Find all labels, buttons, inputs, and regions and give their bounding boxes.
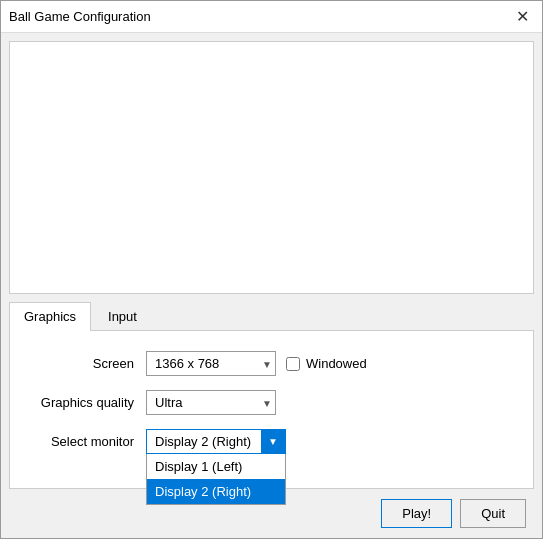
tab-bar: Graphics Input [9,302,534,331]
monitor-dropdown-arrow-icon[interactable]: ▼ [261,430,285,453]
monitor-dropdown-display[interactable]: Display 2 (Right) ▼ [146,429,286,454]
quality-row: Graphics quality Ultra ▼ [26,390,517,415]
window-title: Ball Game Configuration [9,9,151,24]
screen-select-wrapper: 1366 x 768 ▼ [146,351,276,376]
close-button[interactable]: ✕ [510,5,534,29]
windowed-wrapper: Windowed [286,356,367,371]
quality-select[interactable]: Ultra [146,390,276,415]
preview-area [9,41,534,294]
monitor-option-display1[interactable]: Display 1 (Left) [147,454,285,479]
play-button[interactable]: Play! [381,499,452,528]
tab-content-graphics: Screen 1366 x 768 ▼ Windowed Gr [9,331,534,489]
screen-control: 1366 x 768 ▼ Windowed [146,351,367,376]
tab-graphics[interactable]: Graphics [9,302,91,331]
monitor-dropdown-list: Display 1 (Left) Display 2 (Right) [146,454,286,505]
quality-select-wrapper: Ultra ▼ [146,390,276,415]
monitor-selected-value: Display 2 (Right) [155,434,251,449]
monitor-option-display2[interactable]: Display 2 (Right) [147,479,285,504]
screen-row: Screen 1366 x 768 ▼ Windowed [26,351,517,376]
monitor-dropdown-container: Display 2 (Right) ▼ Display 1 (Left) Dis… [146,429,286,454]
screen-label: Screen [26,356,146,371]
quit-button[interactable]: Quit [460,499,526,528]
monitor-label: Select monitor [26,429,146,449]
monitor-row: Select monitor Display 2 (Right) ▼ Displ… [26,429,517,454]
quality-label: Graphics quality [26,395,146,410]
windowed-label: Windowed [306,356,367,371]
windowed-checkbox[interactable] [286,357,300,371]
title-bar: Ball Game Configuration ✕ [1,1,542,33]
screen-select[interactable]: 1366 x 768 [146,351,276,376]
tabs-area: Graphics Input Screen 1366 x 768 ▼ Windo… [1,302,542,489]
tab-input[interactable]: Input [93,302,152,330]
main-window: Ball Game Configuration ✕ Graphics Input… [0,0,543,539]
